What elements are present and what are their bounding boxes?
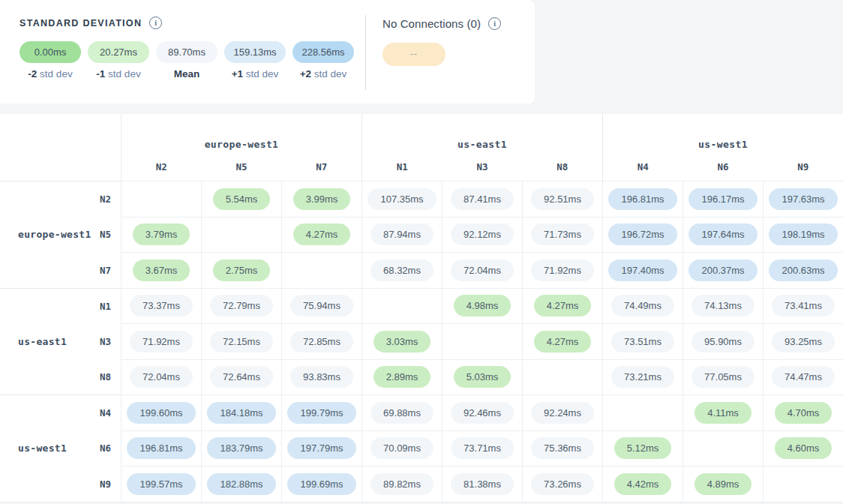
self-cell bbox=[281, 252, 362, 288]
latency-pill[interactable]: 197.79ms bbox=[287, 437, 356, 459]
latency-pill[interactable]: 4.42ms bbox=[614, 473, 672, 495]
info-icon[interactable]: i bbox=[488, 17, 501, 30]
latency-pill[interactable]: 72.04ms bbox=[130, 366, 193, 388]
latency-pill[interactable]: 4.27ms bbox=[534, 295, 592, 316]
std-dev-pill: 159.13ms bbox=[224, 41, 286, 63]
latency-pill[interactable]: 3.03ms bbox=[374, 331, 431, 352]
latency-pill[interactable]: 71.92ms bbox=[130, 331, 193, 352]
latency-pill[interactable]: 4.89ms bbox=[694, 473, 752, 495]
latency-cell: 72.04ms bbox=[121, 359, 201, 395]
latency-pill[interactable]: 196.81ms bbox=[127, 437, 195, 459]
latency-pill[interactable]: 68.32ms bbox=[370, 260, 434, 281]
latency-pill[interactable]: 3.79ms bbox=[133, 224, 190, 245]
latency-pill[interactable]: 197.64ms bbox=[688, 224, 757, 245]
latency-pill[interactable]: 87.94ms bbox=[370, 224, 434, 245]
latency-pill[interactable]: 75.36ms bbox=[531, 437, 594, 459]
matrix-body: N25.54ms3.99ms107.35ms87.41ms92.51ms196.… bbox=[0, 181, 843, 502]
latency-pill[interactable]: 197.63ms bbox=[769, 188, 837, 210]
latency-pill[interactable]: 197.40ms bbox=[608, 260, 676, 281]
latency-cell: 5.12ms bbox=[602, 430, 682, 466]
latency-pill[interactable]: 4.27ms bbox=[293, 224, 351, 245]
latency-pill[interactable]: 92.24ms bbox=[531, 402, 594, 424]
latency-pill[interactable]: 200.37ms bbox=[688, 260, 757, 281]
latency-pill[interactable]: 89.82ms bbox=[370, 473, 434, 495]
row-header: N4 bbox=[0, 394, 121, 430]
latency-pill[interactable]: 92.51ms bbox=[531, 188, 594, 210]
column-group-europe-west1: europe-west1N2N5N7 bbox=[121, 114, 362, 181]
latency-cell: 198.19ms bbox=[763, 217, 843, 253]
latency-pill[interactable]: 3.67ms bbox=[133, 260, 190, 281]
latency-pill[interactable]: 71.92ms bbox=[531, 260, 594, 281]
latency-pill[interactable]: 4.27ms bbox=[534, 331, 592, 352]
latency-pill[interactable]: 81.38ms bbox=[451, 473, 514, 495]
latency-pill[interactable]: 3.99ms bbox=[293, 188, 351, 210]
latency-pill[interactable]: 74.49ms bbox=[611, 295, 674, 316]
matrix-row-N9: N9199.57ms182.88ms199.69ms89.82ms81.38ms… bbox=[0, 466, 843, 502]
latency-pill[interactable]: 196.72ms bbox=[608, 224, 676, 245]
latency-pill[interactable]: 74.13ms bbox=[692, 295, 754, 316]
latency-pill[interactable]: 70.09ms bbox=[370, 437, 434, 459]
std-dev-label-bold: Mean bbox=[174, 68, 200, 80]
latency-cell: 183.79ms bbox=[201, 430, 281, 466]
latency-pill[interactable]: 77.05ms bbox=[692, 366, 754, 388]
latency-pill[interactable]: 184.18ms bbox=[207, 402, 275, 424]
latency-pill[interactable]: 73.41ms bbox=[772, 295, 835, 316]
latency-pill[interactable]: 107.35ms bbox=[368, 188, 436, 210]
latency-pill[interactable]: 4.98ms bbox=[454, 295, 512, 316]
latency-cell: 3.67ms bbox=[121, 252, 201, 288]
latency-pill[interactable]: 72.04ms bbox=[451, 260, 514, 281]
row-header: us-west1N6 bbox=[0, 430, 121, 466]
latency-pill[interactable]: 95.90ms bbox=[692, 331, 754, 352]
latency-pill[interactable]: 182.88ms bbox=[207, 473, 275, 495]
latency-pill[interactable]: 4.70ms bbox=[775, 402, 832, 424]
latency-cell: 2.89ms bbox=[362, 359, 442, 395]
no-connections-pill: -- bbox=[382, 43, 446, 66]
info-icon[interactable]: i bbox=[149, 16, 162, 29]
latency-pill[interactable]: 93.25ms bbox=[772, 331, 835, 352]
latency-pill[interactable]: 2.75ms bbox=[213, 260, 271, 281]
std-dev-label-bold: +1 bbox=[232, 68, 243, 80]
latency-cell: 92.46ms bbox=[442, 394, 522, 430]
row-header-node: N9 bbox=[100, 478, 111, 489]
latency-cell: 182.88ms bbox=[201, 466, 281, 502]
latency-pill[interactable]: 71.73ms bbox=[531, 224, 594, 245]
latency-pill[interactable]: 74.47ms bbox=[772, 366, 835, 388]
latency-pill[interactable]: 5.12ms bbox=[614, 437, 672, 459]
latency-pill[interactable]: 92.12ms bbox=[451, 224, 514, 245]
row-header: europe-west1N5 bbox=[0, 217, 121, 253]
self-cell bbox=[201, 217, 281, 253]
latency-pill[interactable]: 73.21ms bbox=[611, 366, 674, 388]
latency-pill[interactable]: 75.94ms bbox=[290, 295, 353, 316]
latency-pill[interactable]: 4.11ms bbox=[694, 402, 752, 424]
latency-pill[interactable]: 73.26ms bbox=[531, 473, 594, 495]
latency-pill[interactable]: 92.46ms bbox=[451, 402, 514, 424]
latency-pill[interactable]: 196.81ms bbox=[608, 188, 676, 210]
latency-pill[interactable]: 73.51ms bbox=[611, 331, 674, 352]
latency-cell: 72.04ms bbox=[442, 252, 522, 288]
latency-pill[interactable]: 4.60ms bbox=[775, 437, 832, 459]
latency-pill[interactable]: 198.19ms bbox=[769, 224, 837, 245]
latency-pill[interactable]: 2.89ms bbox=[374, 366, 431, 388]
latency-pill[interactable]: 199.60ms bbox=[127, 402, 195, 424]
latency-pill[interactable]: 199.57ms bbox=[127, 473, 195, 495]
latency-pill[interactable]: 87.41ms bbox=[451, 188, 514, 210]
latency-pill[interactable]: 5.54ms bbox=[213, 188, 271, 210]
column-header-N5: N5 bbox=[202, 161, 282, 172]
latency-pill[interactable]: 199.69ms bbox=[287, 473, 356, 495]
latency-pill[interactable]: 72.79ms bbox=[210, 295, 273, 316]
matrix-row-N3: us-east1N371.92ms72.15ms72.85ms3.03ms4.2… bbox=[0, 323, 843, 359]
latency-pill[interactable]: 69.88ms bbox=[370, 402, 434, 424]
latency-pill[interactable]: 93.83ms bbox=[290, 366, 353, 388]
latency-pill[interactable]: 199.79ms bbox=[287, 402, 356, 424]
latency-pill[interactable]: 183.79ms bbox=[207, 437, 275, 459]
latency-pill[interactable]: 73.71ms bbox=[451, 437, 514, 459]
row-header: N7 bbox=[0, 252, 121, 288]
latency-pill[interactable]: 5.03ms bbox=[454, 366, 512, 388]
latency-cell: 200.37ms bbox=[682, 252, 763, 288]
latency-pill[interactable]: 73.37ms bbox=[130, 295, 193, 316]
latency-pill[interactable]: 200.63ms bbox=[769, 260, 837, 281]
latency-pill[interactable]: 196.17ms bbox=[688, 188, 757, 210]
latency-pill[interactable]: 72.85ms bbox=[290, 331, 353, 352]
latency-pill[interactable]: 72.64ms bbox=[210, 366, 273, 388]
latency-pill[interactable]: 72.15ms bbox=[210, 331, 273, 352]
